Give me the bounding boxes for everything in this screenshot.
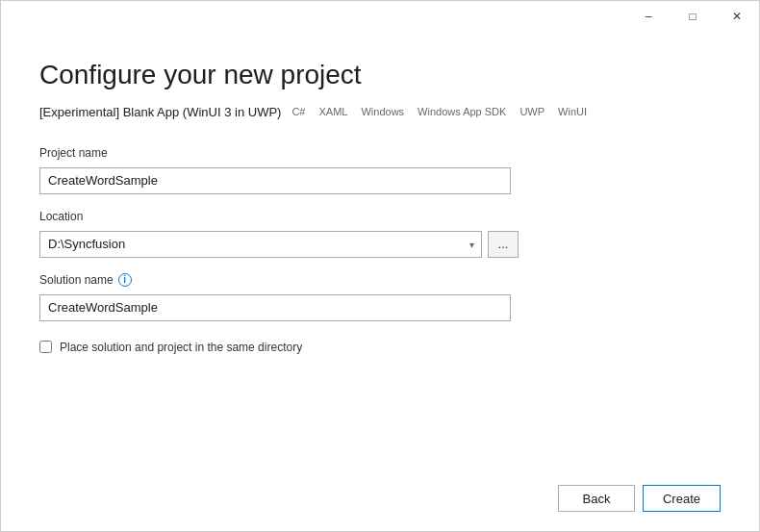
tag-windows-app-sdk: Windows App SDK: [415, 105, 509, 118]
title-bar: – □ ✕: [1, 1, 759, 32]
checkbox-row: Place solution and project in the same d…: [39, 341, 721, 354]
location-label: Location: [39, 210, 721, 223]
same-directory-checkbox[interactable]: [39, 341, 52, 353]
tag-csharp: C#: [289, 105, 308, 118]
location-select[interactable]: D:\Syncfusion: [39, 231, 482, 258]
back-button[interactable]: Back: [558, 485, 635, 512]
main-content: Configure your new project [Experimental…: [1, 32, 759, 473]
location-group: Location D:\Syncfusion ▾ ...: [39, 210, 721, 258]
maximize-button[interactable]: □: [671, 1, 715, 32]
tag-uwp: UWP: [517, 105, 547, 118]
project-name-input[interactable]: [39, 167, 511, 194]
subtitle-text: [Experimental] Blank App (WinUI 3 in UWP…: [39, 105, 281, 119]
close-button[interactable]: ✕: [715, 1, 759, 32]
project-name-label: Project name: [39, 146, 721, 160]
tag-winui: WinUI: [555, 105, 590, 118]
title-bar-controls: – □ ✕: [626, 1, 759, 32]
location-row: D:\Syncfusion ▾ ...: [39, 231, 721, 258]
create-button[interactable]: Create: [643, 485, 721, 512]
solution-name-group: Solution name i: [39, 273, 721, 321]
main-window: – □ ✕ Configure your new project [Experi…: [0, 0, 760, 532]
solution-name-input[interactable]: [39, 294, 511, 321]
project-name-group: Project name: [39, 146, 721, 194]
footer: Back Create: [1, 473, 759, 531]
minimize-button[interactable]: –: [626, 1, 671, 32]
browse-button[interactable]: ...: [488, 231, 519, 258]
same-directory-label[interactable]: Place solution and project in the same d…: [60, 341, 302, 354]
tag-windows: Windows: [358, 105, 407, 118]
page-title: Configure your new project: [39, 59, 721, 91]
solution-name-label: Solution name i: [39, 273, 721, 287]
location-select-wrapper: D:\Syncfusion ▾: [39, 231, 482, 258]
subtitle-row: [Experimental] Blank App (WinUI 3 in UWP…: [39, 105, 721, 119]
tag-xaml: XAML: [316, 105, 350, 118]
solution-name-info-icon[interactable]: i: [118, 273, 132, 287]
form-section: Project name Location D:\Syncfusion ▾ ..…: [39, 146, 721, 454]
